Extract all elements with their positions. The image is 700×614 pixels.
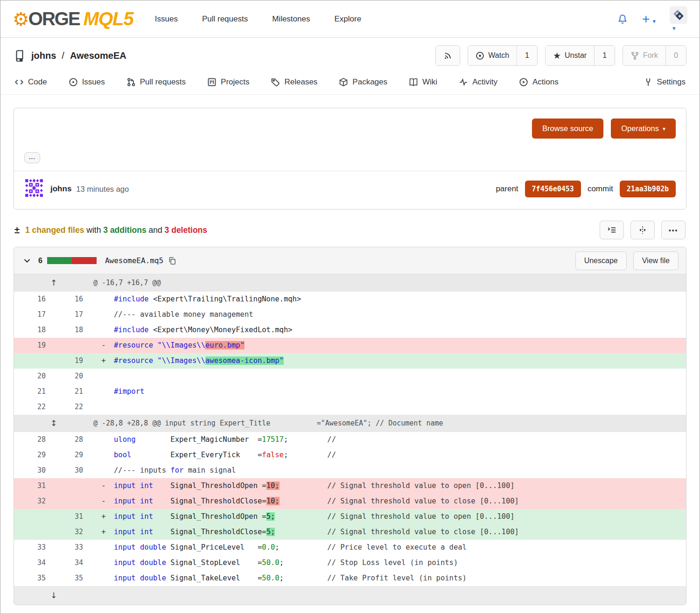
notifications-bell-icon[interactable] xyxy=(617,14,628,25)
commit-hash-button[interactable]: 21aa3b902b xyxy=(620,181,676,197)
old-line-number[interactable] xyxy=(14,353,53,369)
new-line-number[interactable]: 31 xyxy=(53,509,93,524)
unstar-button[interactable]: ★ Unstar xyxy=(546,46,594,65)
new-line-number[interactable] xyxy=(53,478,93,494)
forge-mql5-logo[interactable]: ⚙ ORGE MQL5 xyxy=(13,8,133,29)
watch-count[interactable]: 1 xyxy=(517,46,537,65)
commit-author-name[interactable]: johns xyxy=(50,184,71,194)
expand-down-button[interactable]: ↓ xyxy=(14,586,93,605)
old-line-number[interactable] xyxy=(14,524,53,540)
create-new-button[interactable]: +▾ xyxy=(642,13,656,26)
tab-releases[interactable]: Releases xyxy=(271,77,317,87)
new-line-number[interactable]: 34 xyxy=(53,555,93,571)
diff-line-row: 1616#include <Expert\Trailing\TrailingNo… xyxy=(14,292,686,307)
old-line-number[interactable]: 21 xyxy=(14,384,53,399)
copy-file-path-button[interactable] xyxy=(168,257,176,265)
file-tree-toggle-button[interactable] xyxy=(600,221,624,239)
tab-packages[interactable]: Packages xyxy=(339,77,387,87)
nav-link-pull-requests[interactable]: Pull requests xyxy=(202,14,248,24)
old-line-number[interactable]: 32 xyxy=(14,494,53,509)
view-file-button[interactable]: View file xyxy=(633,251,679,270)
new-line-number[interactable]: 35 xyxy=(53,571,93,586)
split-view-button[interactable] xyxy=(630,221,655,239)
diff-file-name[interactable]: AwesomeEA.mq5 xyxy=(105,256,163,265)
nav-link-issues[interactable]: Issues xyxy=(155,14,178,24)
new-line-number[interactable]: 32 xyxy=(53,524,93,540)
new-line-number[interactable]: 18 xyxy=(53,322,93,338)
author-avatar[interactable] xyxy=(24,178,44,200)
old-line-number[interactable]: 22 xyxy=(14,399,53,415)
new-line-number[interactable]: 29 xyxy=(53,447,93,463)
new-line-number[interactable]: 17 xyxy=(53,307,93,322)
old-line-number[interactable] xyxy=(14,509,53,524)
old-line-number[interactable]: 33 xyxy=(14,540,53,555)
unescape-button[interactable]: Unescape xyxy=(575,251,627,270)
additions-bar xyxy=(47,257,72,264)
new-line-number[interactable]: 21 xyxy=(53,384,93,399)
tab-settings[interactable]: Settings xyxy=(644,77,686,87)
diff-marker xyxy=(93,571,114,586)
nav-link-explore[interactable]: Explore xyxy=(334,14,361,24)
old-line-number[interactable]: 16 xyxy=(14,292,53,307)
operations-button[interactable]: Operations ▾ xyxy=(611,119,676,139)
old-line-number[interactable]: 28 xyxy=(14,432,53,447)
new-line-number[interactable]: 19 xyxy=(53,353,93,369)
new-line-number[interactable] xyxy=(53,494,93,509)
parent-hash-button[interactable]: 7f456e0453 xyxy=(525,181,581,197)
expand-both-button[interactable]: ↕ xyxy=(14,415,93,432)
old-line-number[interactable]: 19 xyxy=(14,338,53,353)
old-line-number[interactable]: 29 xyxy=(14,447,53,463)
new-line-number[interactable]: 30 xyxy=(53,463,93,478)
expand-commit-message-button[interactable]: ... xyxy=(24,152,40,163)
diff-line-row: 2020 xyxy=(14,369,686,384)
old-line-number[interactable]: 34 xyxy=(14,555,53,571)
expand-up-button[interactable]: ↑ xyxy=(14,274,93,292)
page-content: Browse source Operations ▾ ... xyxy=(0,95,700,605)
tab-pull-requests[interactable]: Pull requests xyxy=(126,77,186,87)
old-line-number[interactable]: 18 xyxy=(14,322,53,338)
diff-stats-icon: ± xyxy=(14,225,20,236)
new-line-number[interactable]: 28 xyxy=(53,432,93,447)
old-line-number[interactable]: 17 xyxy=(14,307,53,322)
diff-line-row: 19-#resource "\\Images\\euro.bmp" xyxy=(14,338,686,353)
fork-button[interactable]: Fork xyxy=(623,46,665,65)
browse-source-button[interactable]: Browse source xyxy=(532,119,603,139)
tab-projects[interactable]: Projects xyxy=(207,77,249,87)
pull-request-icon xyxy=(126,77,136,87)
old-line-number[interactable]: 30 xyxy=(14,463,53,478)
rss-icon xyxy=(443,51,452,60)
fork-icon xyxy=(630,51,639,60)
watch-button[interactable]: Watch xyxy=(468,46,517,65)
changed-files-text[interactable]: 1 changed files xyxy=(25,225,84,235)
commit-message-area: Browse source Operations ▾ xyxy=(14,108,686,148)
diff-options-button[interactable]: ••• xyxy=(661,221,686,239)
diff-marker: + xyxy=(93,524,114,540)
star-count[interactable]: 1 xyxy=(594,46,615,65)
new-line-number[interactable]: 33 xyxy=(53,540,93,555)
commit-refs: parent 7f456e0453 commit 21aa3b902b xyxy=(496,181,676,197)
old-line-number[interactable]: 20 xyxy=(14,369,53,384)
tab-label: Packages xyxy=(352,77,387,87)
tab-issues[interactable]: Issues xyxy=(69,77,105,87)
tab-activity[interactable]: Activity xyxy=(459,77,497,87)
fork-count[interactable]: 0 xyxy=(665,46,686,65)
new-line-number[interactable]: 22 xyxy=(53,399,93,415)
new-line-number[interactable]: 16 xyxy=(53,292,93,307)
code-line: #resource "\\Images\\euro.bmp" xyxy=(114,338,686,353)
repo-owner-link[interactable]: johns xyxy=(31,50,56,61)
rss-button[interactable] xyxy=(436,46,460,65)
old-line-number[interactable]: 31 xyxy=(14,478,53,494)
tab-wiki[interactable]: Wiki xyxy=(409,77,437,87)
diff-marker: - xyxy=(93,494,114,509)
tab-actions[interactable]: Actions xyxy=(519,77,559,87)
user-menu[interactable]: ▾ xyxy=(670,6,687,32)
new-line-number[interactable]: 20 xyxy=(53,369,93,384)
nav-link-milestones[interactable]: Milestones xyxy=(272,14,310,24)
new-line-number[interactable] xyxy=(53,338,93,353)
old-line-number[interactable]: 35 xyxy=(14,571,53,586)
repo-name-link[interactable]: AwesomeEA xyxy=(70,50,126,61)
collapse-file-button[interactable] xyxy=(21,255,33,266)
fork-label: Fork xyxy=(643,51,658,60)
tab-code[interactable]: Code xyxy=(14,77,47,87)
split-view-icon xyxy=(638,225,647,235)
